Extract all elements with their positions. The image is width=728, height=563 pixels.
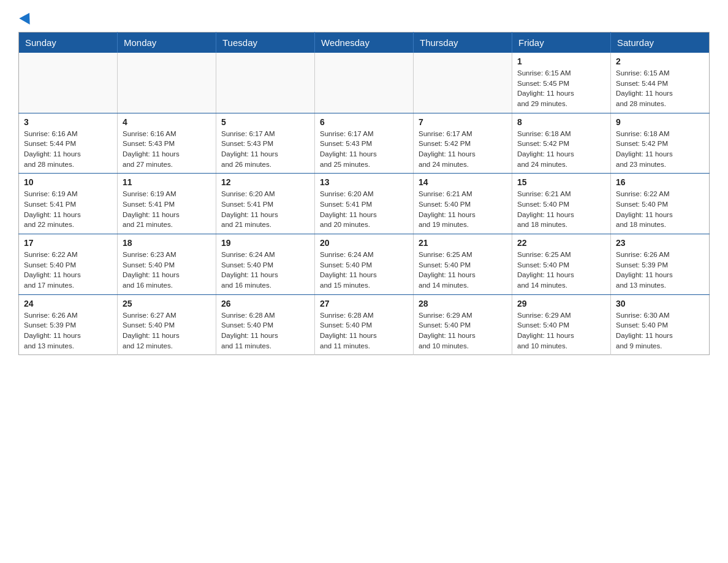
day-info: Sunrise: 6:25 AM Sunset: 5:40 PM Dayligh…	[419, 250, 507, 291]
day-number: 17	[24, 238, 112, 248]
calendar-cell: 7Sunrise: 6:17 AM Sunset: 5:42 PM Daylig…	[414, 113, 512, 174]
day-info: Sunrise: 6:21 AM Sunset: 5:40 PM Dayligh…	[517, 189, 605, 230]
day-info: Sunrise: 6:26 AM Sunset: 5:39 PM Dayligh…	[616, 250, 704, 291]
day-number: 29	[517, 299, 605, 308]
calendar-cell	[216, 53, 315, 113]
calendar-cell: 30Sunrise: 6:30 AM Sunset: 5:40 PM Dayli…	[611, 294, 710, 355]
calendar-cell: 28Sunrise: 6:29 AM Sunset: 5:40 PM Dayli…	[414, 294, 512, 355]
calendar-week-row: 3Sunrise: 6:16 AM Sunset: 5:44 PM Daylig…	[19, 113, 710, 174]
day-info: Sunrise: 6:28 AM Sunset: 5:40 PM Dayligh…	[221, 310, 309, 351]
page-header	[18, 12, 710, 22]
day-info: Sunrise: 6:26 AM Sunset: 5:39 PM Dayligh…	[24, 310, 112, 351]
day-info: Sunrise: 6:28 AM Sunset: 5:40 PM Dayligh…	[320, 310, 408, 351]
calendar-cell: 8Sunrise: 6:18 AM Sunset: 5:42 PM Daylig…	[512, 113, 611, 174]
calendar-cell: 11Sunrise: 6:19 AM Sunset: 5:41 PM Dayli…	[118, 174, 216, 234]
day-number: 23	[616, 238, 704, 248]
calendar-cell: 4Sunrise: 6:16 AM Sunset: 5:43 PM Daylig…	[118, 113, 216, 174]
day-number: 4	[123, 117, 211, 127]
day-number: 18	[123, 238, 211, 248]
calendar-cell: 29Sunrise: 6:29 AM Sunset: 5:40 PM Dayli…	[512, 294, 611, 355]
calendar-table: SundayMondayTuesdayWednesdayThursdayFrid…	[18, 32, 710, 355]
calendar-cell: 1Sunrise: 6:15 AM Sunset: 5:45 PM Daylig…	[512, 53, 611, 113]
day-number: 24	[24, 299, 112, 308]
day-info: Sunrise: 6:16 AM Sunset: 5:43 PM Dayligh…	[123, 129, 211, 170]
calendar-cell: 3Sunrise: 6:16 AM Sunset: 5:44 PM Daylig…	[19, 113, 118, 174]
calendar-cell: 5Sunrise: 6:17 AM Sunset: 5:43 PM Daylig…	[216, 113, 315, 174]
day-number: 2	[616, 56, 704, 66]
calendar-cell: 25Sunrise: 6:27 AM Sunset: 5:40 PM Dayli…	[118, 294, 216, 355]
calendar-week-row: 1Sunrise: 6:15 AM Sunset: 5:45 PM Daylig…	[19, 53, 710, 113]
calendar-cell: 26Sunrise: 6:28 AM Sunset: 5:40 PM Dayli…	[216, 294, 315, 355]
calendar-cell: 14Sunrise: 6:21 AM Sunset: 5:40 PM Dayli…	[414, 174, 512, 234]
calendar-cell: 15Sunrise: 6:21 AM Sunset: 5:40 PM Dayli…	[512, 174, 611, 234]
day-info: Sunrise: 6:21 AM Sunset: 5:40 PM Dayligh…	[419, 189, 507, 230]
day-info: Sunrise: 6:23 AM Sunset: 5:40 PM Dayligh…	[123, 250, 211, 291]
day-number: 10	[24, 177, 112, 187]
day-info: Sunrise: 6:18 AM Sunset: 5:42 PM Dayligh…	[616, 129, 704, 170]
calendar-cell: 21Sunrise: 6:25 AM Sunset: 5:40 PM Dayli…	[414, 234, 512, 295]
calendar-cell: 27Sunrise: 6:28 AM Sunset: 5:40 PM Dayli…	[315, 294, 414, 355]
col-header-friday: Friday	[512, 33, 611, 53]
calendar-cell: 19Sunrise: 6:24 AM Sunset: 5:40 PM Dayli…	[216, 234, 315, 295]
day-info: Sunrise: 6:20 AM Sunset: 5:41 PM Dayligh…	[320, 189, 408, 230]
day-number: 9	[616, 117, 704, 127]
day-info: Sunrise: 6:29 AM Sunset: 5:40 PM Dayligh…	[517, 310, 605, 351]
day-number: 13	[320, 177, 408, 187]
calendar-cell	[19, 53, 118, 113]
col-header-sunday: Sunday	[19, 33, 118, 53]
day-number: 21	[419, 238, 507, 248]
day-number: 20	[320, 238, 408, 248]
day-info: Sunrise: 6:17 AM Sunset: 5:43 PM Dayligh…	[221, 129, 309, 170]
calendar-header-row: SundayMondayTuesdayWednesdayThursdayFrid…	[19, 33, 710, 53]
day-number: 19	[221, 238, 309, 248]
calendar-cell: 13Sunrise: 6:20 AM Sunset: 5:41 PM Dayli…	[315, 174, 414, 234]
calendar-cell: 6Sunrise: 6:17 AM Sunset: 5:43 PM Daylig…	[315, 113, 414, 174]
day-info: Sunrise: 6:24 AM Sunset: 5:40 PM Dayligh…	[221, 250, 309, 291]
day-number: 26	[221, 299, 309, 308]
day-info: Sunrise: 6:22 AM Sunset: 5:40 PM Dayligh…	[616, 189, 704, 230]
logo-triangle-icon	[19, 10, 34, 25]
day-number: 7	[419, 117, 507, 127]
calendar-cell: 20Sunrise: 6:24 AM Sunset: 5:40 PM Dayli…	[315, 234, 414, 295]
calendar-week-row: 24Sunrise: 6:26 AM Sunset: 5:39 PM Dayli…	[19, 294, 710, 355]
calendar-cell: 17Sunrise: 6:22 AM Sunset: 5:40 PM Dayli…	[19, 234, 118, 295]
calendar-cell: 2Sunrise: 6:15 AM Sunset: 5:44 PM Daylig…	[611, 53, 710, 113]
col-header-tuesday: Tuesday	[216, 33, 315, 53]
day-number: 8	[517, 117, 605, 127]
calendar-cell: 9Sunrise: 6:18 AM Sunset: 5:42 PM Daylig…	[611, 113, 710, 174]
col-header-wednesday: Wednesday	[315, 33, 414, 53]
day-number: 5	[221, 117, 309, 127]
col-header-thursday: Thursday	[414, 33, 512, 53]
calendar-cell: 18Sunrise: 6:23 AM Sunset: 5:40 PM Dayli…	[118, 234, 216, 295]
day-info: Sunrise: 6:15 AM Sunset: 5:44 PM Dayligh…	[616, 68, 704, 109]
day-info: Sunrise: 6:15 AM Sunset: 5:45 PM Dayligh…	[517, 68, 605, 109]
col-header-saturday: Saturday	[611, 33, 710, 53]
calendar-cell: 22Sunrise: 6:25 AM Sunset: 5:40 PM Dayli…	[512, 234, 611, 295]
day-number: 22	[517, 238, 605, 248]
calendar-cell	[118, 53, 216, 113]
day-info: Sunrise: 6:25 AM Sunset: 5:40 PM Dayligh…	[517, 250, 605, 291]
day-number: 12	[221, 177, 309, 187]
day-info: Sunrise: 6:18 AM Sunset: 5:42 PM Dayligh…	[517, 129, 605, 170]
day-info: Sunrise: 6:22 AM Sunset: 5:40 PM Dayligh…	[24, 250, 112, 291]
day-number: 15	[517, 177, 605, 187]
calendar-week-row: 10Sunrise: 6:19 AM Sunset: 5:41 PM Dayli…	[19, 174, 710, 234]
day-info: Sunrise: 6:17 AM Sunset: 5:43 PM Dayligh…	[320, 129, 408, 170]
day-info: Sunrise: 6:16 AM Sunset: 5:44 PM Dayligh…	[24, 129, 112, 170]
calendar-cell: 16Sunrise: 6:22 AM Sunset: 5:40 PM Dayli…	[611, 174, 710, 234]
day-number: 25	[123, 299, 211, 308]
day-number: 16	[616, 177, 704, 187]
day-info: Sunrise: 6:24 AM Sunset: 5:40 PM Dayligh…	[320, 250, 408, 291]
day-number: 30	[616, 299, 704, 308]
day-info: Sunrise: 6:20 AM Sunset: 5:41 PM Dayligh…	[221, 189, 309, 230]
calendar-cell	[315, 53, 414, 113]
day-number: 1	[517, 56, 605, 66]
col-header-monday: Monday	[118, 33, 216, 53]
day-info: Sunrise: 6:30 AM Sunset: 5:40 PM Dayligh…	[616, 310, 704, 351]
day-info: Sunrise: 6:19 AM Sunset: 5:41 PM Dayligh…	[123, 189, 211, 230]
logo	[18, 12, 33, 22]
calendar-cell: 12Sunrise: 6:20 AM Sunset: 5:41 PM Dayli…	[216, 174, 315, 234]
day-number: 11	[123, 177, 211, 187]
day-number: 14	[419, 177, 507, 187]
day-number: 27	[320, 299, 408, 308]
